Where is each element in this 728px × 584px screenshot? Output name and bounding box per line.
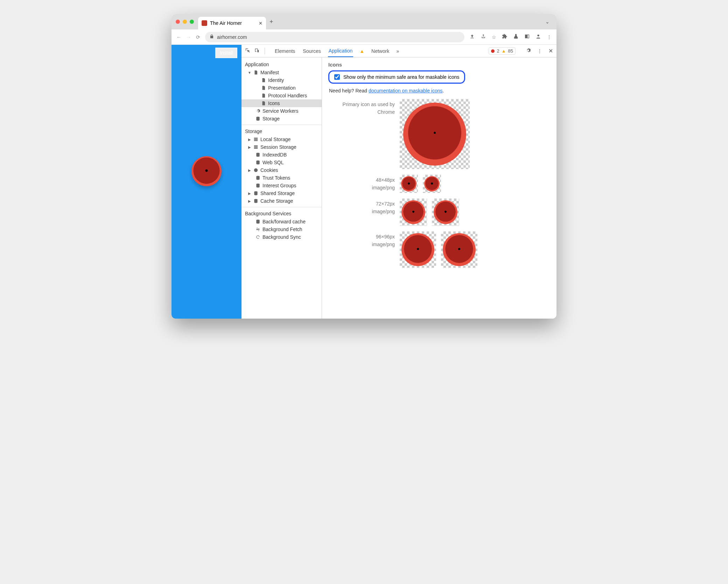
- sidebar-item-bg-sync[interactable]: Background Sync: [241, 233, 322, 241]
- sidebar-item-trust-tokens[interactable]: Trust Tokens: [241, 174, 322, 182]
- sidebar-heading-application: Application: [241, 60, 322, 69]
- profile-icon[interactable]: [536, 34, 541, 40]
- sidebar-item-label: Back/forward cache: [262, 219, 306, 224]
- sidebar-item-websql[interactable]: Web SQL: [241, 159, 322, 166]
- tab-sources[interactable]: Sources: [302, 46, 321, 57]
- page-content: Install: [172, 45, 241, 319]
- devtools-tabs: Elements Sources Application ▲ Network »…: [241, 45, 556, 57]
- tab-application[interactable]: Application: [328, 45, 354, 57]
- sidebar-item-label: Shared Storage: [260, 190, 295, 196]
- svg-point-4: [254, 168, 258, 172]
- sidebar-item-icons[interactable]: Icons: [241, 99, 322, 107]
- lock-icon: [209, 34, 214, 40]
- sidebar-item-label: Session Storage: [260, 144, 296, 150]
- sidebar-item-presentation[interactable]: Presentation: [241, 84, 322, 92]
- sidebar-item-bfcache[interactable]: Back/forward cache: [241, 218, 322, 225]
- sidebar-item-service-workers[interactable]: Service Workers: [241, 107, 322, 115]
- bookmark-icon[interactable]: ☆: [492, 34, 496, 40]
- settings-icon[interactable]: [525, 48, 531, 54]
- safe-area-checkbox-frame: Show only the minimum safe area for mask…: [328, 70, 465, 84]
- icon-mime: image/png: [328, 241, 395, 248]
- sidebar-heading-storage: Storage: [241, 127, 322, 135]
- more-tabs-icon[interactable]: »: [396, 48, 399, 54]
- sidebar-item-label: Service Workers: [262, 108, 298, 114]
- share-icon[interactable]: [481, 34, 486, 40]
- primary-icon-row: Primary icon as used by Chrome: [328, 99, 550, 169]
- icon-preview-96-a: [400, 231, 436, 268]
- safe-area-checkbox[interactable]: [334, 74, 340, 80]
- help-text: Need help? Read documentation on maskabl…: [329, 88, 550, 93]
- sidebar-item-session-storage[interactable]: ▶Session Storage: [241, 143, 322, 151]
- sidebar-item-storage[interactable]: Storage: [241, 115, 322, 123]
- icon-mime: image/png: [328, 184, 395, 192]
- address-field[interactable]: airhorner.com: [205, 32, 464, 42]
- minimize-window-button[interactable]: [183, 20, 187, 24]
- traffic-lights: [176, 20, 194, 24]
- reload-button[interactable]: ⟳: [196, 34, 200, 40]
- icon-preview-primary: [400, 99, 470, 169]
- sidebar-item-label: Presentation: [268, 85, 296, 91]
- icon-preview-96-b: [441, 231, 477, 268]
- sidebar-heading-background: Background Services: [241, 209, 322, 218]
- tab-elements[interactable]: Elements: [274, 46, 296, 57]
- sidebar-item-bg-fetch[interactable]: Background Fetch: [241, 225, 322, 233]
- inspect-element-icon[interactable]: [245, 48, 251, 54]
- maximize-window-button[interactable]: [190, 20, 194, 24]
- sidebar-item-shared-storage[interactable]: ▶Shared Storage: [241, 189, 322, 197]
- devtools: Elements Sources Application ▲ Network »…: [241, 45, 556, 319]
- icon-row-72: 72×72px image/png: [328, 199, 550, 226]
- browser-tab[interactable]: The Air Horner ✕: [198, 17, 266, 29]
- icon-size: 96×96px: [328, 233, 395, 241]
- sidebar-item-label: Cookies: [260, 167, 278, 173]
- sidebar-item-cache-storage[interactable]: ▶Cache Storage: [241, 197, 322, 205]
- warn-count: 85: [508, 48, 513, 54]
- console-counts[interactable]: 2 ▲ 85: [489, 47, 516, 55]
- safe-area-label: Show only the minimum safe area for mask…: [343, 74, 459, 80]
- airhorn-button[interactable]: [191, 156, 222, 186]
- sidebar-item-label: Icons: [268, 100, 280, 106]
- install-pwa-icon[interactable]: [469, 34, 475, 40]
- url-text: airhorner.com: [217, 34, 247, 40]
- warning-icon: ▲: [359, 48, 364, 54]
- side-panel-icon[interactable]: [524, 34, 530, 40]
- extensions-icon[interactable]: [502, 34, 507, 40]
- sidebar-item-label: Background Fetch: [262, 227, 302, 232]
- close-devtools-icon[interactable]: ✕: [548, 48, 553, 54]
- sidebar-item-label: Protocol Handlers: [268, 93, 307, 98]
- tab-title: The Air Horner: [210, 20, 242, 26]
- sidebar-item-label: Identity: [268, 77, 284, 83]
- error-icon: [491, 49, 495, 53]
- sidebar-item-identity[interactable]: Identity: [241, 76, 322, 84]
- sidebar-item-label: Cache Storage: [260, 198, 293, 204]
- labs-icon[interactable]: [513, 34, 519, 40]
- device-toolbar-icon[interactable]: [254, 48, 260, 54]
- sidebar-item-protocol-handlers[interactable]: Protocol Handlers: [241, 92, 322, 99]
- sidebar-item-manifest[interactable]: ▼ Manifest: [241, 69, 322, 76]
- icon-row-48: 48×48px image/png: [328, 175, 550, 193]
- back-button[interactable]: ←: [176, 34, 181, 40]
- sidebar-item-interest-groups[interactable]: Interest Groups: [241, 182, 322, 189]
- close-tab-icon[interactable]: ✕: [259, 21, 262, 26]
- kebab-menu-icon[interactable]: ⋮: [547, 34, 552, 40]
- devtools-kebab-icon[interactable]: ⋮: [537, 48, 542, 54]
- sidebar-item-label: Local Storage: [260, 137, 290, 142]
- tabs-dropdown-icon[interactable]: ⌄: [545, 19, 550, 25]
- forward-button[interactable]: →: [186, 34, 191, 40]
- install-button[interactable]: Install: [215, 48, 237, 58]
- icon-preview-48-a: [400, 175, 418, 193]
- icon-mime: image/png: [328, 208, 395, 215]
- icon-size: 72×72px: [328, 200, 395, 208]
- icon-row-96: 96×96px image/png: [328, 231, 550, 268]
- application-sidebar: Application ▼ Manifest Identity Presenta…: [241, 57, 322, 319]
- tab-network[interactable]: Network: [371, 46, 390, 57]
- icons-panel: Icons Show only the minimum safe area fo…: [322, 57, 556, 319]
- sidebar-item-cookies[interactable]: ▶Cookies: [241, 166, 322, 174]
- close-window-button[interactable]: [176, 20, 180, 24]
- new-tab-button[interactable]: +: [270, 18, 273, 26]
- url-bar: ← → ⟳ airhorner.com ☆ ⋮: [172, 29, 556, 45]
- sidebar-item-local-storage[interactable]: ▶Local Storage: [241, 135, 322, 143]
- sidebar-item-label: Interest Groups: [262, 183, 296, 188]
- help-link[interactable]: documentation on maskable icons: [369, 88, 443, 93]
- sidebar-item-label: Web SQL: [262, 160, 284, 165]
- sidebar-item-indexeddb[interactable]: IndexedDB: [241, 151, 322, 159]
